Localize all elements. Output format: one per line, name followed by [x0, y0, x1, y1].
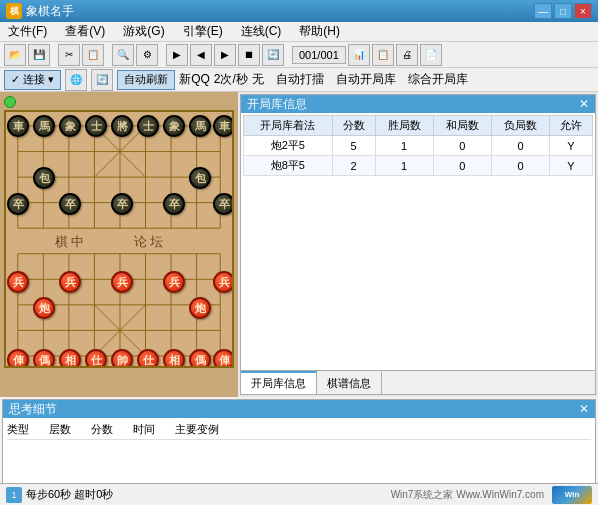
tb-stop[interactable]: ⏹ [238, 44, 260, 66]
cell-draw-1: 0 [433, 156, 491, 176]
piece-black-xiang2[interactable]: 象 [163, 115, 185, 137]
menu-help[interactable]: 帮助(H) [295, 21, 344, 42]
cell-draw-0: 0 [433, 136, 491, 156]
piece-red-xiang1[interactable]: 相 [59, 349, 81, 368]
piece-black-che1[interactable]: 車 [7, 115, 29, 137]
tb-open[interactable]: 📂 [4, 44, 26, 66]
window-title: 象棋名手 [26, 3, 74, 20]
main-content: 棋 中 论 坛 九 八 七 六 五 四 三 二 一 車 馬 象 士 將 士 象 … [0, 92, 598, 397]
no-label: 无 [252, 71, 264, 88]
col-score: 分数 [332, 116, 375, 136]
board-area: 棋 中 论 坛 九 八 七 六 五 四 三 二 一 車 馬 象 士 將 士 象 … [0, 92, 238, 397]
piece-red-shi2[interactable]: 仕 [137, 349, 159, 368]
tab-game-record[interactable]: 棋谱信息 [317, 371, 382, 394]
maximize-button[interactable]: □ [554, 3, 572, 19]
piece-black-xiang1[interactable]: 象 [59, 115, 81, 137]
tb-cut[interactable]: ✂ [58, 44, 80, 66]
tb-save[interactable]: 💾 [28, 44, 50, 66]
piece-red-ma1[interactable]: 傌 [33, 349, 55, 368]
think-close-button[interactable]: ✕ [579, 402, 589, 416]
chess-board[interactable]: 棋 中 论 坛 九 八 七 六 五 四 三 二 一 車 馬 象 士 將 士 象 … [4, 110, 234, 368]
tb-next[interactable]: ▶ [214, 44, 236, 66]
tb-note[interactable]: 📋 [372, 44, 394, 66]
tb-copy[interactable]: 📋 [82, 44, 104, 66]
piece-black-jiang[interactable]: 將 [111, 115, 133, 137]
panel-close-button[interactable]: ✕ [579, 97, 589, 111]
table-container: 开局库着法 分数 胜局数 和局数 负局数 允许 炮2平55100Y炮8平5210… [241, 113, 595, 370]
auto-refresh-button[interactable]: 自动刷新 [117, 70, 175, 90]
tb2-icon[interactable]: 🌐 [65, 69, 87, 91]
tb-play[interactable]: ▶ [166, 44, 188, 66]
tb-export[interactable]: 📄 [420, 44, 442, 66]
menu-engine[interactable]: 引擎(E) [179, 21, 227, 42]
piece-black-ma1[interactable]: 馬 [33, 115, 55, 137]
piece-red-xiang2[interactable]: 相 [163, 349, 185, 368]
panel-title: 开局库信息 ✕ [241, 95, 595, 113]
piece-black-cannon1[interactable]: 包 [33, 167, 55, 189]
piece-red-bing1[interactable]: 兵 [7, 271, 29, 293]
piece-black-zu3[interactable]: 卒 [111, 193, 133, 215]
piece-red-cannon1[interactable]: 炮 [33, 297, 55, 319]
think-col-type: 类型 [7, 422, 29, 437]
cell-lose-0: 0 [491, 136, 549, 156]
piece-black-zu4[interactable]: 卒 [163, 193, 185, 215]
piece-red-bing5[interactable]: 兵 [213, 271, 234, 293]
piece-black-che2[interactable]: 車 [213, 115, 234, 137]
think-col-depth: 层数 [49, 422, 71, 437]
opening-row-1[interactable]: 炮8平52100Y [244, 156, 593, 176]
piece-black-zu2[interactable]: 卒 [59, 193, 81, 215]
cell-method-1: 炮8平5 [244, 156, 333, 176]
piece-red-shi1[interactable]: 仕 [85, 349, 107, 368]
piece-red-bing2[interactable]: 兵 [59, 271, 81, 293]
auto-hit-label[interactable]: 自动打擂 [276, 71, 324, 88]
piece-red-shuai[interactable]: 帥 [111, 349, 133, 368]
col-method: 开局库着法 [244, 116, 333, 136]
synth-open-label[interactable]: 综合开局库 [408, 71, 468, 88]
tb-prev[interactable]: ◀ [190, 44, 212, 66]
panel-tabs: 开局库信息 棋谱信息 [241, 370, 595, 394]
tab-opening-info[interactable]: 开局库信息 [241, 371, 317, 394]
svg-text:论  坛: 论 坛 [134, 235, 163, 249]
piece-red-cannon2[interactable]: 炮 [189, 297, 211, 319]
opening-row-0[interactable]: 炮2平55100Y [244, 136, 593, 156]
tb-chart[interactable]: 📊 [348, 44, 370, 66]
minimize-button[interactable]: — [534, 3, 552, 19]
status-bar: 1 每步60秒 超时0秒 Win7系统之家 Www.WinWin7.com Wi… [0, 483, 598, 505]
connect-button[interactable]: ✓ 连接 ▾ [4, 70, 61, 90]
title-controls[interactable]: — □ × [534, 3, 592, 19]
piece-black-cannon2[interactable]: 包 [189, 167, 211, 189]
piece-black-shi1[interactable]: 士 [85, 115, 107, 137]
piece-red-ma2[interactable]: 傌 [189, 349, 211, 368]
new-qq-label: 新QQ [179, 71, 210, 88]
status-icon: 1 [6, 487, 22, 503]
piece-red-bing3[interactable]: 兵 [111, 271, 133, 293]
piece-red-che2[interactable]: 俥 [213, 349, 234, 368]
piece-black-zu1[interactable]: 卒 [7, 193, 29, 215]
close-button[interactable]: × [574, 3, 592, 19]
tb-refresh[interactable]: 🔄 [262, 44, 284, 66]
think-panel-title: 思考细节 ✕ [3, 400, 595, 418]
cell-win-1: 1 [375, 156, 433, 176]
cell-lose-1: 0 [491, 156, 549, 176]
think-col-score: 分数 [91, 422, 113, 437]
piece-black-ma2[interactable]: 馬 [189, 115, 211, 137]
piece-red-che1[interactable]: 俥 [7, 349, 29, 368]
think-title-text: 思考细节 [9, 401, 57, 418]
menu-connect[interactable]: 连线(C) [237, 21, 286, 42]
auto-open-label[interactable]: 自动开局库 [336, 71, 396, 88]
col-lose: 负局数 [491, 116, 549, 136]
col-draw: 和局数 [433, 116, 491, 136]
tb-search[interactable]: 🔍 [112, 44, 134, 66]
tb-print[interactable]: 🖨 [396, 44, 418, 66]
cell-allow-0: Y [550, 136, 593, 156]
tb-settings[interactable]: ⚙ [136, 44, 158, 66]
title-bar: 棋 象棋名手 — □ × [0, 0, 598, 22]
tb2-reload[interactable]: 🔄 [91, 69, 113, 91]
menu-file[interactable]: 文件(F) [4, 21, 51, 42]
piece-red-bing4[interactable]: 兵 [163, 271, 185, 293]
piece-black-shi2[interactable]: 士 [137, 115, 159, 137]
cell-win-0: 1 [375, 136, 433, 156]
piece-black-zu5[interactable]: 卒 [213, 193, 234, 215]
menu-game[interactable]: 游戏(G) [119, 21, 168, 42]
menu-view[interactable]: 查看(V) [61, 21, 109, 42]
